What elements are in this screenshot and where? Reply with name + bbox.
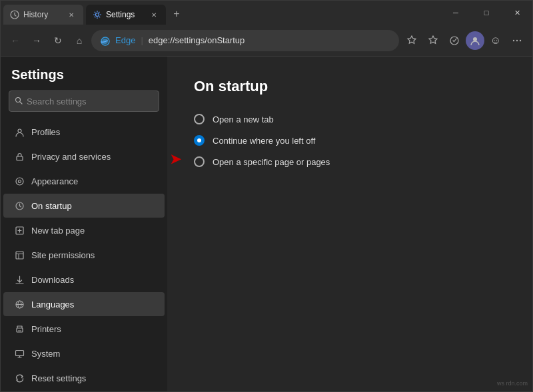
forward-button[interactable]: → <box>27 31 46 50</box>
svg-rect-26 <box>18 330 21 331</box>
onstartup-icon <box>14 200 25 211</box>
sidebar-title: Settings <box>1 67 167 91</box>
collections-button[interactable] <box>423 31 443 51</box>
system-label: System <box>31 349 60 359</box>
profiles-label: Profiles <box>31 127 60 137</box>
tab-history[interactable]: History ✕ <box>3 5 83 25</box>
resetsettings-icon <box>14 373 25 383</box>
system-icon <box>14 348 25 359</box>
option-continue[interactable]: Continue where you left off <box>194 135 506 146</box>
settings-tab-icon <box>93 10 102 19</box>
emoji-button[interactable]: ☺ <box>486 31 506 51</box>
privacy-label: Privacy and services <box>31 152 111 162</box>
sitepermissions-icon <box>14 250 25 260</box>
privacy-icon <box>14 151 25 162</box>
sidebar-item-languages[interactable]: Languages <box>3 292 165 316</box>
more-tools-button[interactable] <box>507 31 527 51</box>
svg-point-10 <box>18 129 21 132</box>
settings-search-box[interactable] <box>9 91 159 112</box>
appearance-label: Appearance <box>31 176 78 186</box>
title-bar: History ✕ Settings ✕ + ─ □ ✕ <box>1 1 532 25</box>
home-button[interactable]: ⌂ <box>70 31 89 50</box>
newtab-label: New tab page <box>31 226 85 236</box>
page-title: On startup <box>194 78 506 95</box>
radio-continue[interactable] <box>194 135 205 146</box>
sidebar-item-system[interactable]: System <box>3 341 165 365</box>
new-tab-button[interactable]: + <box>167 5 186 23</box>
browser-essentials-button[interactable] <box>444 31 464 51</box>
svg-line-9 <box>20 102 22 104</box>
sidebar-item-sitepermissions[interactable]: Site permissions <box>3 243 165 267</box>
profiles-icon <box>14 126 25 137</box>
label-continue: Continue where you left off <box>213 136 315 146</box>
close-button[interactable]: ✕ <box>502 1 532 25</box>
favorites-star-button[interactable] <box>402 31 422 51</box>
maximize-button[interactable]: □ <box>471 1 502 25</box>
tab-settings-label: Settings <box>106 10 135 19</box>
sitepermissions-label: Site permissions <box>31 250 95 260</box>
label-specific-page: Open a specific page or pages <box>213 157 330 167</box>
printers-label: Printers <box>31 324 61 334</box>
edge-icon <box>99 35 110 46</box>
printers-icon <box>14 323 25 334</box>
sidebar-item-resetsettings[interactable]: Reset settings <box>3 366 165 390</box>
main-content: Settings Profiles Privacy and services <box>1 57 532 391</box>
downloads-label: Downloads <box>31 275 74 285</box>
address-bar: ← → ↻ ⌂ Edge | edge://settings/onStartup <box>1 25 532 57</box>
startup-options: ➤ Open a new tab Continue where you left… <box>194 114 506 167</box>
radio-specific-page[interactable] <box>194 156 205 167</box>
profile-avatar[interactable] <box>466 31 484 50</box>
address-separator: | <box>141 35 143 45</box>
svg-point-7 <box>520 39 521 41</box>
edge-label: Edge <box>115 35 135 45</box>
resetsettings-label: Reset settings <box>31 373 86 383</box>
sidebar-item-profiles[interactable]: Profiles <box>3 120 165 144</box>
content-area: On startup ➤ Open a new tab Continue whe… <box>167 57 532 391</box>
svg-rect-27 <box>15 350 23 355</box>
svg-point-8 <box>16 97 21 102</box>
sidebar-item-privacy[interactable]: Privacy and services <box>3 144 165 168</box>
tab-history-close[interactable]: ✕ <box>66 9 77 20</box>
tab-settings[interactable]: Settings ✕ <box>86 5 166 25</box>
svg-point-12 <box>16 178 23 185</box>
downloads-icon <box>14 274 25 285</box>
svg-point-5 <box>513 39 514 41</box>
svg-point-6 <box>516 39 518 41</box>
window-controls: ─ □ ✕ <box>440 1 532 25</box>
sidebar-item-printers[interactable]: Printers <box>3 317 165 341</box>
search-settings-input[interactable] <box>27 97 153 106</box>
address-input[interactable]: Edge | edge://settings/onStartup <box>91 30 399 51</box>
svg-point-13 <box>18 180 21 182</box>
minimize-button[interactable]: ─ <box>440 1 471 25</box>
label-new-tab: Open a new tab <box>213 114 274 124</box>
history-tab-icon <box>10 10 19 19</box>
sidebar-item-appearance[interactable]: Appearance <box>3 169 165 193</box>
sidebar-item-onstartup[interactable]: ➤ On startup <box>3 194 165 218</box>
sidebar-item-newtab[interactable]: New tab page <box>3 218 165 242</box>
languages-label: Languages <box>31 299 74 309</box>
appearance-icon <box>14 176 25 186</box>
onstartup-label: On startup <box>31 201 72 211</box>
toolbar-right: ☺ <box>402 31 527 51</box>
svg-rect-18 <box>16 252 23 259</box>
option-specific-page[interactable]: Open a specific page or pages <box>194 156 506 167</box>
svg-point-4 <box>473 37 477 41</box>
browser-window: History ✕ Settings ✕ + ─ □ ✕ ← → ↻ ⌂ <box>0 0 533 392</box>
sidebar: Settings Profiles Privacy and services <box>1 57 167 391</box>
radio-new-tab[interactable] <box>194 114 205 124</box>
svg-rect-11 <box>17 156 23 160</box>
address-url: edge://settings/onStartup <box>149 35 245 45</box>
languages-icon <box>14 299 25 309</box>
newtab-icon <box>14 225 25 236</box>
sidebar-item-downloads[interactable]: Downloads <box>3 268 165 292</box>
option-new-tab[interactable]: Open a new tab <box>194 114 506 124</box>
sidebar-item-about[interactable]: About Microsoft Edge <box>3 391 165 391</box>
tab-history-label: History <box>23 10 48 19</box>
svg-point-1 <box>96 13 99 17</box>
tab-settings-close[interactable]: ✕ <box>149 9 159 20</box>
refresh-button[interactable]: ↻ <box>49 31 67 50</box>
search-icon <box>15 97 23 106</box>
arrow-annotation-continue: ➤ <box>170 151 181 167</box>
back-button[interactable]: ← <box>6 31 25 50</box>
